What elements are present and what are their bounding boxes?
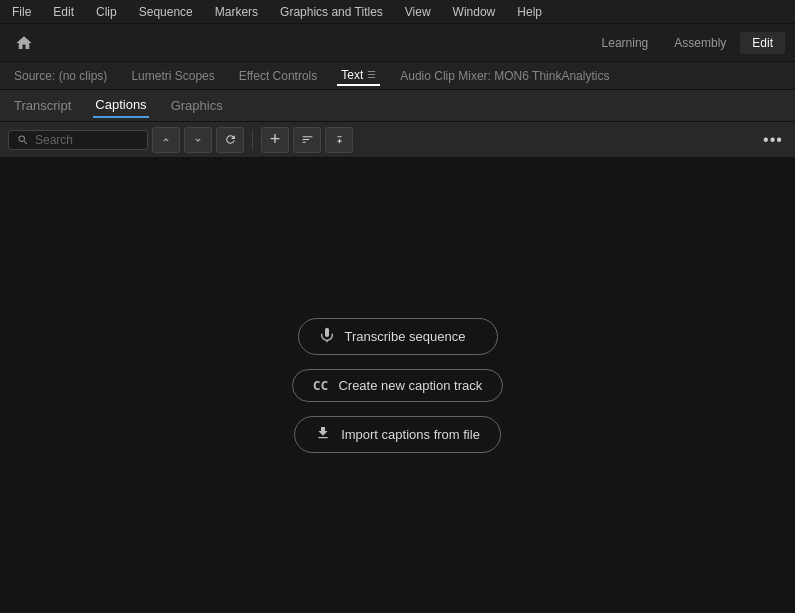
search-icon xyxy=(17,134,29,146)
sub-tab-transcript[interactable]: Transcript xyxy=(12,94,73,117)
search-input[interactable] xyxy=(35,133,135,147)
import-captions-button[interactable]: Import captions from file xyxy=(294,416,501,453)
toolbar: + ••• xyxy=(0,122,795,158)
panel-tab-source[interactable]: Source: (no clips) xyxy=(10,67,111,85)
menu-file[interactable]: File xyxy=(8,3,35,21)
menu-view[interactable]: View xyxy=(401,3,435,21)
search-box[interactable] xyxy=(8,130,148,150)
workspace-tabs: Learning Assembly Edit xyxy=(590,32,785,54)
panel-tab-lumetri[interactable]: Lumetri Scopes xyxy=(127,67,218,85)
import-icon xyxy=(315,425,331,444)
align-button[interactable] xyxy=(293,127,321,153)
workspace-tab-edit[interactable]: Edit xyxy=(740,32,785,54)
transcribe-sequence-button[interactable]: Transcribe sequence xyxy=(298,318,498,355)
add-button[interactable]: + xyxy=(261,127,289,153)
more-options-button[interactable]: ••• xyxy=(759,127,787,153)
sub-tab-captions[interactable]: Captions xyxy=(93,93,148,118)
workspace-tab-learning[interactable]: Learning xyxy=(590,32,661,54)
menu-graphics-titles[interactable]: Graphics and Titles xyxy=(276,3,387,21)
create-caption-track-label: Create new caption track xyxy=(338,378,482,393)
down-button[interactable] xyxy=(184,127,212,153)
transcribe-icon xyxy=(319,327,335,346)
panel-tab-text[interactable]: Text ☰ xyxy=(337,66,380,86)
workspace-tab-assembly[interactable]: Assembly xyxy=(662,32,738,54)
home-button[interactable] xyxy=(10,29,38,57)
menu-clip[interactable]: Clip xyxy=(92,3,121,21)
top-bar: Learning Assembly Edit xyxy=(0,24,795,62)
refresh-button[interactable] xyxy=(216,127,244,153)
collapse-button[interactable] xyxy=(325,127,353,153)
panel-tab-bar: Source: (no clips) Lumetri Scopes Effect… xyxy=(0,62,795,90)
menu-sequence[interactable]: Sequence xyxy=(135,3,197,21)
menu-markers[interactable]: Markers xyxy=(211,3,262,21)
transcribe-sequence-label: Transcribe sequence xyxy=(345,329,466,344)
toolbar-separator xyxy=(252,130,253,150)
menu-edit[interactable]: Edit xyxy=(49,3,78,21)
menu-help[interactable]: Help xyxy=(513,3,546,21)
up-button[interactable] xyxy=(152,127,180,153)
create-caption-track-button[interactable]: CC Create new caption track xyxy=(292,369,503,402)
panel-tab-audio-mixer[interactable]: Audio Clip Mixer: MON6 ThinkAnalytics xyxy=(396,67,613,85)
menu-bar: File Edit Clip Sequence Markers Graphics… xyxy=(0,0,795,24)
main-content: Transcribe sequence CC Create new captio… xyxy=(0,158,795,613)
sub-tab-bar: Transcript Captions Graphics xyxy=(0,90,795,122)
panel-tab-effect-controls[interactable]: Effect Controls xyxy=(235,67,321,85)
cc-icon: CC xyxy=(313,378,329,393)
menu-window[interactable]: Window xyxy=(449,3,500,21)
import-captions-label: Import captions from file xyxy=(341,427,480,442)
sub-tab-graphics[interactable]: Graphics xyxy=(169,94,225,117)
